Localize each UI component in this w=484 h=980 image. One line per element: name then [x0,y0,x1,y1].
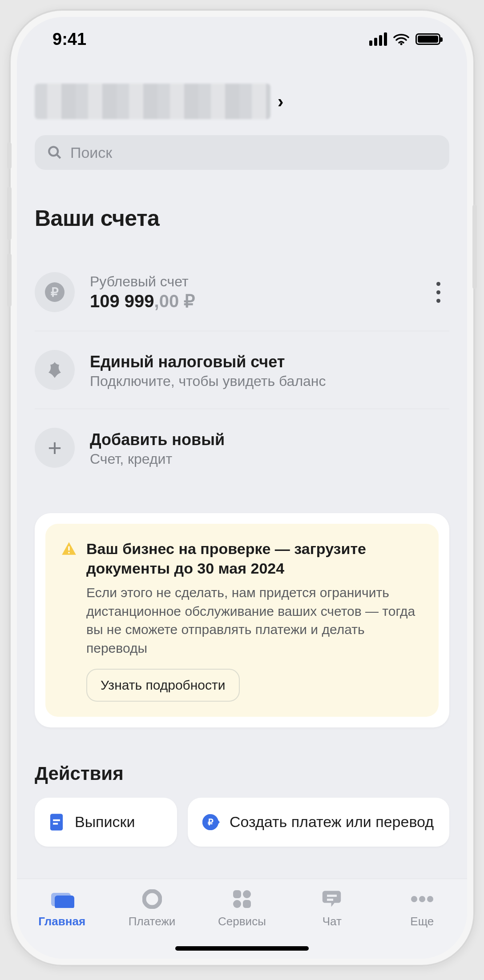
svg-point-12 [144,891,160,907]
svg-rect-18 [327,899,333,901]
nav-label: Чат [323,915,342,928]
nav-label: Сервисы [218,915,266,928]
svg-point-1 [49,147,58,156]
search-input[interactable]: Поиск [35,135,449,170]
svg-text:₽: ₽ [208,817,214,827]
payments-icon [142,888,162,910]
svg-point-0 [400,43,403,45]
add-account-subtitle: Счет, кредит [90,451,449,467]
ruble-tag-icon: ₽ [201,813,220,831]
account-ruble[interactable]: ₽ Рублевый счет 109 999,00 ₽ [35,253,449,331]
account-label: Рублевый счет [90,273,427,290]
side-button [7,142,12,169]
alert-body: Если этого не сделать, нам придется огра… [60,583,424,657]
svg-point-21 [427,896,433,902]
svg-point-20 [419,896,425,902]
action-label: Создать платеж или перевод [230,813,434,831]
nav-label: Главная [38,915,85,928]
svg-rect-15 [233,900,241,908]
account-tax[interactable]: Единый налоговый счет Подключите, чтобы … [35,331,449,409]
battery-icon [415,33,440,45]
svg-rect-16 [243,900,251,908]
alert-title: Ваш бизнес на проверке — загрузите докум… [86,539,424,578]
account-subtitle: Подключите, чтобы увидеть баланс [90,373,449,390]
services-icon [232,888,252,910]
profile-header[interactable]: › [35,84,449,119]
screen: 9:41 › Поиск Ваши счета [17,17,467,959]
svg-rect-17 [327,895,337,897]
accounts-list: ₽ Рублевый счет 109 999,00 ₽ [35,253,449,486]
add-account[interactable]: + Добавить новый Счет, кредит [35,409,449,486]
alert-card: Ваш бизнес на проверке — загрузите докум… [35,513,449,727]
side-button [472,205,477,289]
status-icons [369,32,440,46]
status-bar: 9:41 [17,17,467,61]
chat-icon [322,888,342,910]
svg-line-2 [56,154,60,158]
search-placeholder: Поиск [70,144,112,161]
more-icon [410,888,434,910]
svg-rect-14 [243,890,251,898]
home-indicator[interactable] [175,946,309,951]
account-title: Единый налоговый счет [90,353,449,371]
phone-frame: 9:41 › Поиск Ваши счета [9,9,475,967]
svg-rect-6 [53,819,60,821]
side-button [7,187,12,240]
add-account-title: Добавить новый [90,430,449,449]
nav-label: Платежи [129,915,175,928]
action-create-payment[interactable]: ₽ Создать платеж или перевод [188,798,449,847]
svg-rect-5 [50,814,63,831]
status-time: 9:41 [52,30,86,49]
side-button [7,253,12,307]
profile-name-redacted [35,84,270,119]
alert-details-button[interactable]: Узнать подробности [86,669,240,702]
nav-label: Еще [410,915,434,928]
plus-icon: + [35,428,75,468]
svg-rect-3 [68,546,69,551]
eagle-icon [35,350,75,390]
home-icon [49,888,74,910]
svg-point-19 [411,896,417,902]
svg-rect-13 [233,890,241,898]
warning-icon [60,541,77,578]
cellular-icon [369,32,387,46]
document-icon [48,812,65,832]
search-icon [47,145,62,160]
action-label: Выписки [75,813,135,831]
actions-heading: Действия [35,763,449,784]
account-balance: 109 999,00 ₽ [90,291,427,311]
nav-chat[interactable]: Чат [292,888,372,928]
chevron-right-icon: › [278,92,283,112]
svg-rect-7 [53,823,58,825]
accounts-heading: Ваши счета [35,205,449,231]
wifi-icon [393,33,409,45]
svg-rect-11 [55,896,74,908]
svg-rect-4 [68,552,69,553]
action-statements[interactable]: Выписки [35,798,177,847]
nav-payments[interactable]: Платежи [112,888,192,928]
more-options-icon[interactable] [427,282,449,303]
nav-more[interactable]: Еще [382,888,462,928]
nav-services[interactable]: Сервисы [202,888,282,928]
ruble-icon: ₽ [35,272,75,312]
nav-home[interactable]: Главная [22,888,102,928]
